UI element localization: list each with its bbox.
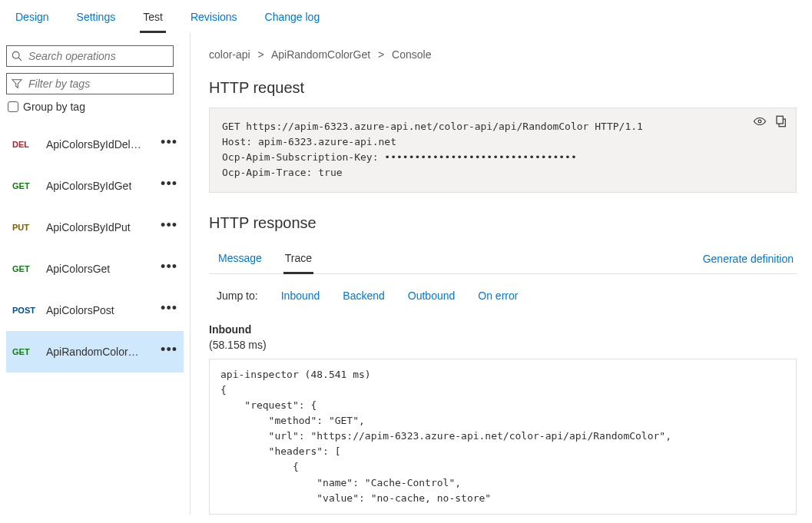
response-tabs-row: Message Trace Generate definition (209, 244, 797, 274)
breadcrumb-sep: > (378, 48, 384, 61)
jump-link-inbound[interactable]: Inbound (281, 290, 320, 302)
tab-revisions[interactable]: Revisions (187, 6, 240, 33)
group-by-tag-row[interactable]: Group by tag (8, 101, 184, 113)
operation-name: ApiColorsByIdPut (46, 221, 131, 233)
more-icon[interactable]: ••• (161, 343, 177, 361)
main-panel: color-api > ApiRandomColorGet > Console … (191, 33, 812, 515)
breadcrumb: color-api > ApiRandomColorGet > Console (209, 48, 797, 61)
operation-name: ApiColorsGet (46, 263, 110, 275)
tab-settings[interactable]: Settings (74, 6, 119, 33)
group-by-tag-checkbox[interactable] (8, 101, 18, 112)
trace-block: api-inspector (48.541 ms) { "request": {… (209, 359, 797, 515)
search-operations-input[interactable] (27, 49, 168, 63)
tab-changelog[interactable]: Change log (262, 6, 323, 33)
http-request-heading: HTTP request (209, 79, 797, 97)
operations-list: DEL ApiColorsByIdDel… ••• GET ApiColorsB… (6, 124, 184, 372)
tab-test[interactable]: Test (140, 6, 166, 33)
svg-point-3 (758, 120, 761, 123)
trace-text: api-inspector (48.541 ms) { "request": {… (220, 367, 785, 506)
operation-row[interactable]: PUT ApiColorsByIdPut ••• (6, 207, 184, 248)
top-nav: Design Settings Test Revisions Change lo… (0, 0, 812, 33)
method-badge: GET (12, 181, 38, 190)
group-by-tag-label: Group by tag (23, 101, 85, 113)
method-badge: POST (12, 306, 38, 315)
svg-point-0 (12, 51, 19, 58)
inbound-time: (58.158 ms) (209, 339, 797, 351)
response-tab-message[interactable]: Message (217, 244, 263, 273)
jump-link-outbound[interactable]: Outbound (408, 290, 456, 302)
search-operations-box[interactable] (6, 45, 174, 67)
breadcrumb-page: Console (392, 48, 431, 61)
jump-to-label: Jump to: (217, 290, 258, 302)
operation-name: ApiColorsPost (46, 304, 114, 316)
http-request-block: GET https://apim-6323.azure-api.net/colo… (209, 108, 797, 193)
operation-name: ApiColorsByIdGet (46, 180, 131, 192)
more-icon[interactable]: ••• (161, 301, 177, 319)
reveal-secret-icon[interactable] (753, 114, 767, 128)
http-response-heading: HTTP response (209, 214, 797, 232)
operation-row[interactable]: DEL ApiColorsByIdDel… ••• (6, 124, 184, 165)
more-icon[interactable]: ••• (161, 135, 177, 154)
breadcrumb-api: color-api (209, 48, 250, 61)
jump-to-row: Jump to: Inbound Backend Outbound On err… (209, 274, 797, 317)
method-badge: GET (12, 347, 38, 356)
inbound-heading: Inbound (209, 323, 797, 336)
filter-tags-box[interactable] (6, 73, 174, 94)
more-icon[interactable]: ••• (161, 260, 177, 278)
filter-tags-input[interactable] (27, 77, 168, 91)
sidebar: Group by tag DEL ApiColorsByIdDel… ••• G… (0, 33, 191, 515)
more-icon[interactable]: ••• (161, 218, 177, 237)
svg-line-1 (18, 58, 22, 61)
generate-definition-link[interactable]: Generate definition (700, 245, 797, 273)
method-badge: GET (12, 264, 38, 273)
operation-row[interactable]: POST ApiColorsPost ••• (6, 290, 184, 331)
operation-row[interactable]: GET ApiColorsByIdGet ••• (6, 165, 184, 207)
method-badge: DEL (12, 140, 38, 149)
tab-design[interactable]: Design (12, 6, 52, 33)
jump-link-onerror[interactable]: On error (478, 290, 518, 302)
response-tab-trace[interactable]: Trace (283, 244, 313, 274)
svg-rect-5 (777, 116, 783, 124)
svg-marker-2 (12, 80, 22, 88)
breadcrumb-operation: ApiRandomColorGet (271, 48, 370, 61)
copy-icon[interactable] (774, 114, 788, 128)
more-icon[interactable]: ••• (161, 177, 177, 195)
filter-icon (12, 78, 22, 89)
search-icon (12, 51, 22, 61)
breadcrumb-sep: > (258, 48, 264, 61)
jump-link-backend[interactable]: Backend (343, 290, 384, 302)
operation-row[interactable]: GET ApiRandomColor… ••• (6, 331, 184, 372)
operation-row[interactable]: GET ApiColorsGet ••• (6, 248, 184, 290)
operation-name: ApiRandomColor… (46, 346, 139, 358)
method-badge: PUT (12, 223, 38, 232)
operation-name: ApiColorsByIdDel… (46, 138, 141, 151)
http-request-text: GET https://apim-6323.azure-api.net/colo… (222, 119, 784, 181)
